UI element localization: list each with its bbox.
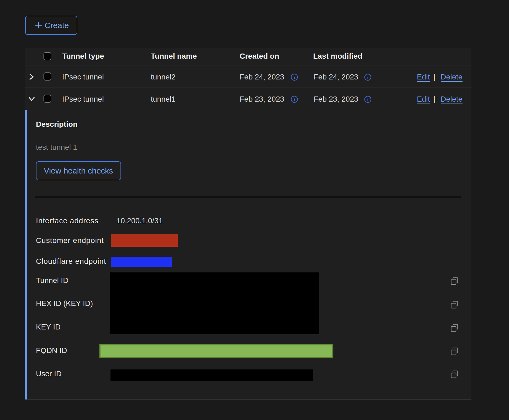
svg-text:i: i — [294, 75, 295, 80]
svg-text:i: i — [294, 97, 295, 102]
svg-text:i: i — [367, 75, 369, 80]
svg-text:i: i — [367, 97, 369, 102]
